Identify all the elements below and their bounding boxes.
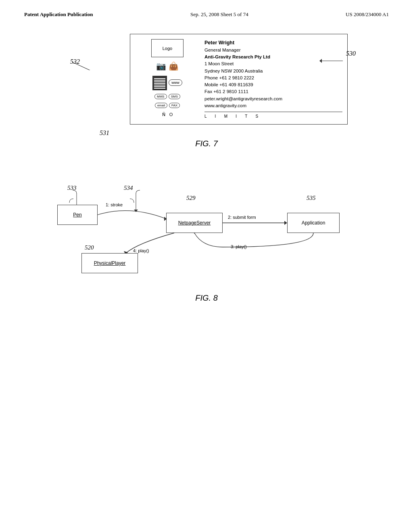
fig8-section: 533 534 529 535 520 Pen NetpageServer Ap… (0, 172, 413, 303)
qr-www-row: www (152, 74, 182, 90)
ref-531: 531 (100, 129, 109, 137)
stroke-label: 1: stroke (106, 202, 123, 207)
ref-533: 533 (67, 185, 77, 191)
ref-534: 534 (124, 185, 133, 191)
application-label: Application (302, 220, 325, 226)
physical-label: PhysicalPlayer (94, 260, 126, 266)
header-left: Patent Application Publication (24, 11, 93, 18)
netpage-box: NetpageServer (166, 213, 223, 233)
card-left: Logo 📷 👜 www (135, 39, 200, 119)
fig8-diagram: 533 534 529 535 520 Pen NetpageServer Ap… (49, 172, 364, 285)
contact-mobile: Mobile +61 409 811639 (204, 81, 342, 88)
svg-marker-6 (284, 221, 287, 225)
svg-marker-3 (319, 59, 322, 63)
fig8-label: FIG. 8 (195, 293, 218, 303)
contact-fax: Fax +61 2 9810 1111 (204, 88, 342, 95)
card-right: Peter Wright General Manager Anti-Gravit… (200, 39, 342, 119)
contact-email: peter.wright@antigravityresearch.com (204, 96, 342, 102)
camera-icon: 📷 (156, 61, 166, 71)
arrow-530-svg (319, 55, 355, 67)
nav-o: O (169, 112, 173, 117)
contact-title: General Manager (204, 47, 342, 54)
application-box: Application (287, 213, 340, 233)
email-btn: email (155, 103, 167, 108)
nav-n: N̈ (162, 112, 165, 117)
play-label: 3: play() (231, 244, 247, 249)
header-right: US 2008/234000 A1 (346, 11, 389, 18)
limits-bar: L I M I T S (204, 112, 342, 119)
header-center: Sep. 25, 2008 Sheet 5 of 74 (190, 11, 248, 18)
mms-btn: MMS (154, 94, 167, 99)
contact-website: www.antigravity.com (204, 102, 342, 109)
submit-form-label: 2: submit form (228, 215, 256, 220)
fig7-section: 532 Logo 📷 👜 (0, 34, 413, 148)
arrow-532-svg (70, 54, 102, 70)
fax-btn: FAX (169, 103, 180, 108)
mms-sms-row: MMS SMS (154, 94, 180, 99)
contact-city: Sydney NSW 2000 Australia (204, 68, 342, 75)
pen-label: Pen (73, 212, 81, 218)
play2-label: 4: play() (133, 248, 149, 253)
physical-box: PhysicalPlayer (81, 253, 138, 273)
svg-marker-12 (134, 210, 138, 212)
ref-535: 535 (307, 195, 316, 202)
pen-box: Pen (57, 205, 98, 225)
email-fax-row: email FAX (155, 103, 180, 108)
contact-phone: Phone +61 2 9810 2222 (204, 75, 342, 81)
phone-icon: 👜 (169, 61, 179, 71)
svg-line-0 (72, 62, 98, 70)
limits-text: L I M I T S (204, 113, 259, 119)
logo-label: Logo (163, 46, 172, 51)
logo-box: Logo (151, 39, 184, 57)
netpage-label: NetpageServer (178, 220, 211, 226)
ref-529: 529 (186, 195, 196, 202)
business-card: Logo 📷 👜 www (130, 34, 348, 125)
page-header: Patent Application Publication Sep. 25, … (0, 0, 413, 18)
fig7-label: FIG. 7 (195, 139, 218, 148)
nav-symbols: N̈ O (162, 112, 173, 117)
ref-520: 520 (85, 244, 94, 251)
fig7-diagram: 532 Logo 📷 👜 (69, 34, 344, 125)
icons-row: 📷 👜 (156, 61, 179, 71)
qr-code (152, 76, 167, 90)
sms-btn: SMS (169, 94, 180, 99)
contact-name: Peter Wright (204, 39, 342, 47)
www-button: www (169, 79, 182, 86)
